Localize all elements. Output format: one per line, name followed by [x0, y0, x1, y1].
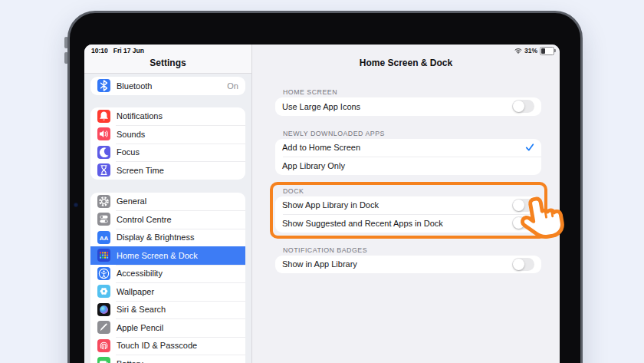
- sidebar-item-label: Touch ID & Passcode: [117, 341, 197, 350]
- sidebar-body: Bluetooth On Notifications: [84, 74, 251, 363]
- toggles-icon: [97, 213, 110, 226]
- settings-sidebar: Settings Bluetooth On: [84, 45, 252, 363]
- sidebar-item-label: Home Screen & Dock: [117, 251, 198, 260]
- siri-icon: [97, 303, 110, 316]
- hand-pointer-icon: [514, 189, 576, 251]
- sidebar-item-focus[interactable]: Focus: [90, 144, 245, 162]
- sidebar-item-label: Control Centre: [117, 215, 172, 224]
- sidebar-item-label: Focus: [117, 147, 140, 157]
- ipad-screen: 10:10 Fri 17 Jun 31% Settings: [84, 45, 560, 363]
- sidebar-item-apple-pencil[interactable]: Apple Pencil: [90, 318, 245, 337]
- status-bar-right: 31%: [514, 47, 554, 55]
- front-camera: [74, 203, 78, 207]
- sidebar-title: Settings: [150, 58, 186, 68]
- sidebar-item-general[interactable]: General: [90, 193, 245, 211]
- section-card: Use Large App Icons: [275, 97, 541, 116]
- sidebar-item-sounds[interactable]: Sounds: [90, 125, 245, 144]
- ipad-frame: 10:10 Fri 17 Jun 31% Settings: [67, 11, 583, 363]
- page: 10:10 Fri 17 Jun 31% Settings: [0, 0, 644, 363]
- status-date: Fri 17 Jun: [113, 47, 144, 54]
- row-label: Show in App Library: [282, 259, 357, 269]
- row-show-in-app-library: Show in App Library: [275, 256, 541, 274]
- bell-icon: [97, 110, 110, 123]
- gear-icon: [97, 195, 110, 208]
- use-large-app-icons-toggle[interactable]: [512, 100, 534, 113]
- sidebar-item-label: Screen Time: [117, 166, 164, 175]
- section-card: Add to Home Screen App Library Only: [275, 139, 541, 175]
- row-label: Show Suggested and Recent Apps in Dock: [282, 219, 443, 228]
- sidebar-item-control-centre[interactable]: Control Centre: [90, 210, 245, 229]
- sidebar-item-value: On: [227, 81, 238, 91]
- section-header-newly-downloaded-apps: NEWLY DOWNLOADED APPS: [283, 128, 541, 139]
- pencil-icon: [97, 321, 110, 334]
- accessibility-icon: [97, 267, 110, 280]
- sidebar-item-label: Accessibility: [117, 269, 163, 278]
- status-time: 10:10: [91, 47, 108, 54]
- sidebar-item-siri-search[interactable]: Siri & Search: [90, 301, 245, 319]
- sidebar-item-bluetooth[interactable]: Bluetooth On: [90, 77, 245, 95]
- wifi-icon: [514, 48, 522, 54]
- show-in-app-library-toggle[interactable]: [512, 258, 534, 271]
- page-title: Home Screen & Dock: [252, 58, 560, 68]
- sidebar-group: General Control Centre AA D: [90, 193, 245, 363]
- row-label: Show App Library in Dock: [282, 200, 379, 210]
- battery-icon: [540, 47, 554, 55]
- row-label: App Library Only: [282, 161, 345, 170]
- sidebar-item-label: Siri & Search: [117, 305, 166, 314]
- row-show-suggested-recent-apps: Show Suggested and Recent Apps in Dock: [275, 214, 541, 233]
- sidebar-item-notifications[interactable]: Notifications: [90, 107, 245, 126]
- section-header-home-screen: HOME SCREEN: [283, 87, 541, 97]
- status-bar-left: 10:10 Fri 17 Jun: [91, 47, 144, 54]
- sidebar-item-battery[interactable]: Battery: [90, 355, 245, 363]
- battery-percent: 31%: [524, 47, 537, 54]
- apps-grid-icon: [97, 249, 110, 262]
- section-header-notification-badges: NOTIFICATION BADGES: [283, 245, 541, 256]
- sidebar-item-label: Battery: [117, 359, 143, 363]
- section-card: Show in App Library: [275, 256, 541, 274]
- hourglass-icon: [97, 163, 110, 177]
- moon-icon: [97, 146, 110, 159]
- content-pane: Home Screen & Dock HOME SCREEN Use Large…: [252, 45, 560, 363]
- sidebar-item-screen-time[interactable]: Screen Time: [90, 161, 245, 180]
- flower-icon: [97, 285, 110, 298]
- battery-icon: [97, 357, 110, 363]
- sidebar-item-label: General: [117, 196, 146, 206]
- sidebar-item-accessibility[interactable]: Accessibility: [90, 265, 245, 283]
- fingerprint-icon: [97, 339, 110, 352]
- row-label: Use Large App Icons: [282, 102, 360, 111]
- sidebar-item-home-screen-dock[interactable]: Home Screen & Dock: [90, 246, 245, 265]
- sidebar-item-label: Bluetooth: [117, 81, 152, 91]
- sidebar-group: Bluetooth On: [90, 77, 245, 95]
- sidebar-item-label: Notifications: [117, 111, 163, 120]
- sidebar-item-label: Display & Brightness: [117, 233, 195, 242]
- sidebar-item-label: Sounds: [117, 130, 145, 139]
- sidebar-item-display-brightness[interactable]: AA Display & Brightness: [90, 229, 245, 247]
- row-show-app-library-in-dock: Show App Library in Dock: [275, 196, 541, 215]
- sidebar-item-touch-id-passcode[interactable]: Touch ID & Passcode: [90, 337, 245, 355]
- svg-text:AA: AA: [100, 234, 109, 241]
- checkmark-icon: [525, 143, 534, 152]
- section-card: Show App Library in Dock Show Suggested …: [275, 196, 541, 233]
- sidebar-item-wallpaper[interactable]: Wallpaper: [90, 282, 245, 301]
- speaker-icon: [97, 127, 110, 140]
- settings-sections: HOME SCREEN Use Large App Icons NEWLY DO…: [275, 74, 541, 273]
- row-add-to-home-screen[interactable]: Add to Home Screen: [275, 139, 541, 157]
- bluetooth-icon: [97, 79, 110, 92]
- display-brightness-icon: AA: [97, 231, 110, 244]
- row-label: Add to Home Screen: [282, 143, 360, 152]
- section-header-dock: DOCK: [283, 186, 541, 196]
- row-app-library-only[interactable]: App Library Only: [275, 157, 541, 175]
- sidebar-group: Notifications Sounds Focus: [90, 107, 245, 180]
- row-use-large-app-icons: Use Large App Icons: [275, 97, 541, 116]
- sidebar-item-label: Apple Pencil: [117, 323, 163, 332]
- sidebar-item-label: Wallpaper: [117, 287, 154, 296]
